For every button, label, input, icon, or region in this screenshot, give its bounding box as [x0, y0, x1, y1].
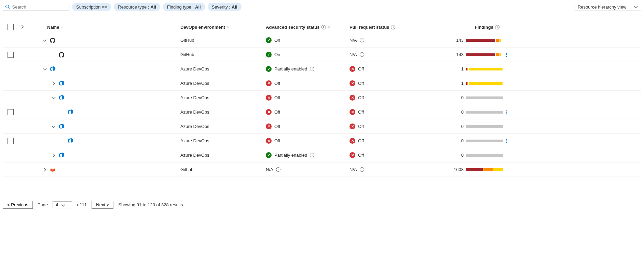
table-row[interactable]: GitHub✓OnN/Ai143⋮	[3, 48, 641, 62]
filter-resource-type-label: Resource type :	[118, 4, 149, 10]
column-header-findings[interactable]: Findingsi↑↓	[435, 25, 503, 30]
search-icon	[5, 4, 10, 9]
sort-icon: ↑↓	[328, 25, 330, 29]
expand-all-toggle[interactable]	[20, 24, 25, 29]
filter-subscription[interactable]: Subscription ==	[72, 3, 111, 11]
search-input-container[interactable]	[3, 3, 69, 11]
findings-cell: 143	[435, 38, 503, 43]
collapse-toggle[interactable]	[51, 124, 56, 129]
table-row[interactable]: Azure DevOps✕Off✕Off0⋮	[3, 134, 641, 148]
check-icon: ✓	[266, 66, 272, 72]
table-row[interactable]: Azure DevOps✓Partially enabledi✕Off0	[3, 148, 641, 162]
row-checkbox[interactable]	[8, 109, 14, 115]
expand-toggle[interactable]	[51, 153, 56, 158]
env-cell: Azure DevOps	[180, 153, 266, 158]
x-icon: ✕	[350, 152, 355, 158]
column-header-env[interactable]: DevOps environment↑↓	[180, 25, 266, 30]
env-cell: Azure DevOps	[180, 109, 266, 115]
table-row[interactable]: GitHub✓OnN/Ai143	[3, 33, 641, 48]
table-row[interactable]: Azure DevOps✕Off✕Off0	[3, 119, 641, 134]
column-header-name[interactable]: Name↑↓	[33, 25, 180, 30]
collapse-toggle[interactable]	[42, 67, 47, 72]
sort-icon: ↑↓	[61, 25, 63, 29]
prev-page-button[interactable]: < Previous	[3, 201, 33, 209]
adv-security-cell: ✕Off	[266, 124, 350, 129]
filter-severity[interactable]: Severity : All	[208, 3, 242, 11]
select-all-checkbox[interactable]	[8, 24, 14, 30]
env-cell: GitLab	[180, 167, 266, 172]
column-header-pr-status[interactable]: Pull request statusi↑↓	[350, 25, 435, 30]
expand-toggle[interactable]	[51, 81, 56, 86]
ado-icon	[68, 138, 73, 144]
info-icon[interactable]: i	[276, 167, 280, 172]
column-header-adv-security[interactable]: Advanced security statusi↑↓	[266, 25, 350, 30]
env-cell: Azure DevOps	[180, 124, 266, 129]
ado-icon	[59, 95, 64, 101]
search-input[interactable]	[12, 4, 67, 10]
table-row[interactable]: Azure DevOps✕Off✕Off0⋮	[3, 105, 641, 119]
adv-security-cell: ✓On	[266, 52, 350, 57]
adv-security-cell: N/Ai	[266, 167, 350, 172]
sort-icon: ↑↓	[501, 25, 503, 29]
pagination-footer: < Previous Page 4 of 11 Next > Showing 9…	[3, 201, 641, 209]
x-icon: ✕	[266, 109, 272, 115]
info-icon[interactable]: i	[391, 25, 395, 29]
info-icon[interactable]: i	[310, 153, 314, 157]
x-icon: ✕	[350, 66, 355, 72]
row-more-menu[interactable]: ⋮	[503, 52, 510, 57]
severity-bar	[466, 53, 503, 56]
page-label: Page	[38, 202, 48, 207]
severity-bar	[466, 154, 503, 157]
info-icon[interactable]: i	[495, 25, 499, 29]
pr-status-cell: ✕Off	[350, 80, 435, 86]
env-cell: Azure DevOps	[180, 138, 266, 143]
page-number-select[interactable]: 4	[53, 201, 72, 208]
pr-status-cell: ✕Off	[350, 138, 435, 144]
info-icon[interactable]: i	[360, 38, 364, 42]
row-more-menu[interactable]: ⋮	[503, 138, 510, 143]
row-more-menu[interactable]: ⋮	[503, 109, 510, 115]
findings-cell: 0	[435, 124, 503, 129]
next-page-button[interactable]: Next >	[92, 201, 113, 209]
row-checkbox[interactable]	[8, 52, 14, 58]
pr-status-cell: ✕Off	[350, 109, 435, 115]
findings-cell: 0	[435, 153, 503, 158]
expand-toggle[interactable]	[42, 167, 47, 172]
filter-finding-type[interactable]: Finding type : All	[163, 3, 205, 11]
sort-icon: ↑↓	[397, 25, 399, 29]
github-icon	[50, 38, 55, 43]
github-icon	[59, 52, 64, 57]
ado-icon	[50, 66, 55, 72]
filter-subscription-label: Subscription ==	[76, 4, 107, 10]
view-mode-select[interactable]: Resource hierarchy view	[575, 3, 641, 11]
pr-status-cell: ✕Off	[350, 152, 435, 158]
collapse-toggle[interactable]	[51, 95, 56, 100]
pr-status-cell: ✕Off	[350, 95, 435, 101]
row-checkbox[interactable]	[8, 138, 14, 144]
table-row[interactable]: GitLabN/AiN/Ai1608	[3, 162, 641, 177]
pr-status-cell: N/Ai	[350, 38, 435, 43]
info-icon[interactable]: i	[360, 52, 364, 57]
findings-cell: 1608	[435, 167, 503, 172]
table-row[interactable]: Azure DevOps✕Off✕Off0	[3, 91, 641, 105]
check-icon: ✓	[266, 37, 272, 43]
collapse-toggle[interactable]	[42, 38, 47, 43]
check-icon: ✓	[266, 52, 272, 57]
info-icon[interactable]: i	[360, 167, 364, 172]
info-icon[interactable]: i	[310, 67, 314, 71]
env-cell: Azure DevOps	[180, 95, 266, 100]
table-row[interactable]: Azure DevOps✕Off✕Off1	[3, 76, 641, 91]
x-icon: ✕	[350, 138, 355, 144]
env-cell: GitHub	[180, 52, 266, 57]
filter-resource-type[interactable]: Resource type : All	[114, 3, 160, 11]
x-icon: ✕	[266, 138, 272, 144]
adv-security-cell: ✓Partially enabledi	[266, 152, 350, 158]
findings-cell: 143	[435, 52, 503, 57]
table-row[interactable]: Azure DevOps✓Partially enabledi✕Off1	[3, 62, 641, 76]
pr-status-cell: ✕Off	[350, 66, 435, 72]
findings-cell: 0	[435, 109, 503, 115]
findings-cell: 1	[435, 81, 503, 86]
info-icon[interactable]: i	[321, 25, 326, 29]
chevron-down-icon	[633, 4, 638, 9]
sort-icon: ↑↓	[227, 25, 229, 29]
